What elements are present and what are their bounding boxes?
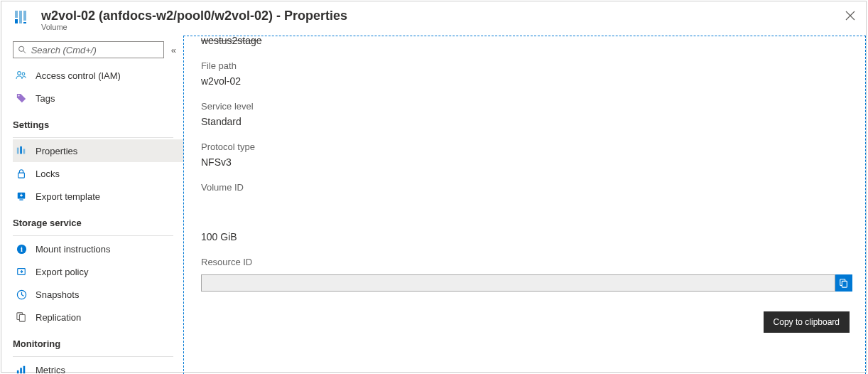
section-settings: Settings [13, 109, 183, 136]
svg-point-5 [19, 46, 24, 51]
content-area: westus2stage File path w2vol-02 Service … [183, 36, 866, 374]
nav-label: Properties [36, 146, 77, 156]
svg-rect-22 [17, 370, 19, 373]
service-level-label: Service level [201, 101, 865, 112]
sidebar-item-metrics[interactable]: Metrics [13, 358, 183, 374]
sidebar-item-snapshots[interactable]: Snapshots [13, 283, 183, 306]
svg-rect-15 [19, 199, 23, 200]
svg-rect-3 [15, 19, 18, 23]
volume-icon [13, 7, 34, 28]
properties-icon [16, 145, 27, 156]
search-icon [18, 45, 27, 55]
nav-label: Replication [36, 312, 81, 323]
copy-button[interactable] [835, 274, 852, 292]
svg-rect-21 [19, 315, 25, 322]
nav-label: Locks [36, 169, 60, 179]
file-path-label: File path [201, 60, 865, 71]
page-title: w2vol-02 (anfdocs-w2/pool0/w2vol-02) - P… [41, 7, 857, 24]
nav-label: Tags [36, 93, 55, 104]
truncated-value: westus2stage [201, 36, 865, 46]
section-monitoring: Monitoring [13, 328, 183, 355]
sidebar-item-properties[interactable]: Properties [13, 139, 183, 162]
properties-panel: w2vol-02 (anfdocs-w2/pool0/w2vol-02) - P… [1, 1, 867, 373]
sidebar-item-export-template[interactable]: Export template [13, 185, 183, 208]
svg-rect-4 [23, 22, 26, 23]
protocol-type-label: Protocol type [201, 141, 865, 152]
export-policy-icon [16, 266, 27, 277]
tag-icon [16, 92, 27, 104]
svg-rect-10 [17, 148, 19, 154]
sidebar: « Access control (IAM) Tags Settings [1, 36, 183, 374]
nav-label: Snapshots [36, 289, 79, 300]
search-box[interactable] [13, 41, 164, 58]
people-icon [16, 70, 27, 81]
nav-label: Access control (IAM) [36, 70, 121, 81]
svg-rect-23 [20, 368, 22, 373]
nav-label: Metrics [36, 365, 65, 375]
copy-icon [839, 278, 849, 288]
section-storage-service: Storage service [13, 208, 183, 234]
nav-label: Export template [36, 191, 100, 202]
info-icon: i [16, 243, 27, 255]
svg-point-9 [18, 95, 19, 96]
svg-rect-2 [23, 11, 26, 21]
resource-id-field[interactable] [201, 274, 835, 292]
copy-tooltip: Copy to clipboard [764, 311, 850, 333]
nav-label: Export policy [36, 267, 88, 277]
svg-rect-24 [23, 366, 26, 374]
sidebar-item-access-control[interactable]: Access control (IAM) [13, 64, 183, 87]
resource-id-label: Resource ID [201, 257, 865, 267]
svg-rect-26 [842, 281, 847, 287]
nav-label: Mount instructions [36, 244, 111, 255]
svg-line-6 [23, 51, 26, 53]
service-level-value: Standard [201, 116, 865, 127]
sidebar-item-tags[interactable]: Tags [13, 87, 183, 109]
file-path-value: w2vol-02 [201, 75, 865, 87]
svg-point-7 [18, 72, 21, 75]
size-value: 100 GiB [201, 231, 865, 242]
sidebar-item-locks[interactable]: Locks [13, 162, 183, 185]
collapse-sidebar-button[interactable]: « [171, 45, 176, 55]
svg-rect-11 [20, 146, 22, 154]
svg-point-8 [22, 73, 25, 75]
snapshot-icon [16, 289, 27, 300]
svg-text:i: i [21, 245, 23, 253]
svg-rect-1 [19, 11, 22, 23]
sidebar-item-replication[interactable]: Replication [13, 306, 183, 328]
sidebar-item-mount-instructions[interactable]: i Mount instructions [13, 237, 183, 260]
svg-rect-0 [15, 11, 18, 18]
lock-icon [16, 168, 27, 179]
close-button[interactable] [845, 10, 856, 21]
panel-header: w2vol-02 (anfdocs-w2/pool0/w2vol-02) - P… [1, 1, 866, 36]
search-input[interactable] [31, 45, 159, 55]
volume-id-label: Volume ID [201, 182, 865, 193]
svg-rect-12 [23, 149, 26, 154]
metrics-icon [16, 364, 27, 374]
replication-icon [16, 311, 27, 323]
sidebar-item-export-policy[interactable]: Export policy [13, 260, 183, 283]
svg-rect-13 [18, 173, 25, 178]
export-template-icon [16, 191, 27, 202]
protocol-type-value: NFSv3 [201, 156, 865, 168]
